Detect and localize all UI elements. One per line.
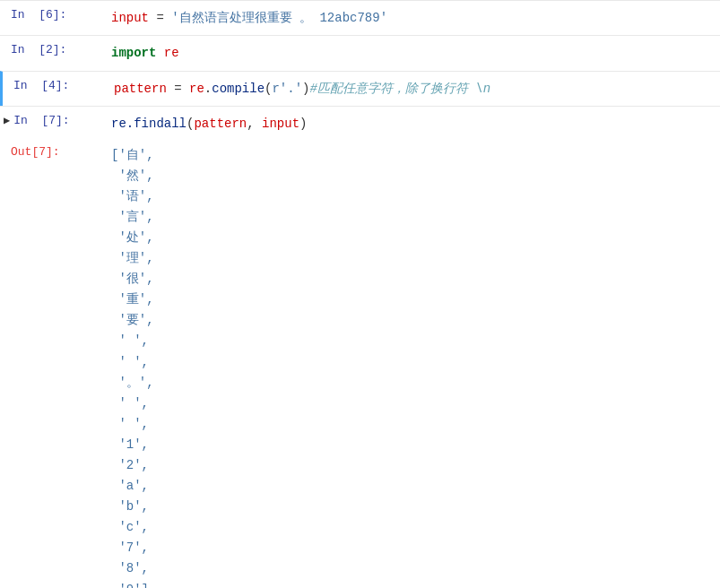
cell-in2[interactable]: In [2]: import re: [0, 35, 720, 70]
notebook: In [6]: input = '自然语言处理很重要 。 12abc789' I…: [0, 0, 720, 588]
output-line-9: '要',: [111, 310, 713, 331]
output-line-4: '言',: [111, 207, 713, 228]
cell-content-in4[interactable]: pattern = re.compile(r'.')#匹配任意字符，除了换行符 …: [110, 75, 720, 102]
out-label-7: Out[7]:: [11, 145, 60, 159]
output-line-21: '8',: [111, 558, 713, 579]
output-line-22: '9']: [111, 580, 713, 588]
in-label-7: In [7]:: [13, 114, 69, 127]
output-line-3: '语',: [111, 186, 713, 207]
output-line-8: '重',: [111, 290, 713, 310]
code-eq: =: [167, 82, 189, 96]
cell-prompt-in6: In [6]:: [0, 4, 108, 25]
in-label-6: In [6]:: [11, 8, 66, 22]
code-op: =: [149, 11, 171, 25]
in-label-4: In [4]:: [13, 79, 69, 92]
cell-content-in2[interactable]: import re: [108, 39, 720, 66]
output-line-12: '。',: [111, 373, 713, 393]
output-line-18: 'b',: [111, 497, 713, 517]
code-comma: ,: [247, 117, 262, 131]
output-line-10: ' ',: [111, 331, 713, 351]
cell-content-out7: ['自', '然', '语', '言', '处', '理', '很', '重',…: [108, 142, 720, 588]
code-str: '自然语言处理很重要 。 12abc789': [171, 11, 387, 25]
code-findall: re.findall: [111, 117, 187, 131]
output-line-13: ' ',: [111, 393, 713, 414]
code-paren-r: ): [299, 117, 307, 131]
output-line-6: '理',: [111, 248, 713, 269]
output-line-16: '2',: [111, 455, 713, 476]
output-line-17: 'a',: [111, 476, 713, 497]
code-line-in7: re.findall(pattern, input): [111, 114, 713, 134]
cell-prompt-in4: In [4]:: [3, 75, 110, 96]
output-line-7: '很',: [111, 269, 713, 290]
cell-in7[interactable]: ▶ In [7]: re.findall(pattern, input): [0, 106, 720, 141]
code-import: import: [111, 46, 156, 60]
code-re: re: [189, 82, 204, 96]
code-line-in4: pattern = re.compile(r'.')#匹配任意字符，除了换行符 …: [114, 79, 713, 99]
cell-content-in6[interactable]: input = '自然语言处理很重要 。 12abc789': [108, 4, 720, 31]
cell-out7: Out[7]: ['自', '然', '语', '言', '处', '理', '…: [0, 142, 720, 588]
cell-content-in7[interactable]: re.findall(pattern, input): [108, 110, 720, 137]
cell-prompt-in7: ▶ In [7]:: [0, 110, 108, 131]
code-space: [156, 46, 163, 60]
output-line-14: ' ',: [111, 414, 713, 435]
code-module: re: [164, 46, 179, 60]
cell-in4[interactable]: In [4]: pattern = re.compile(r'.')#匹配任意字…: [0, 71, 720, 106]
cell-in6[interactable]: In [6]: input = '自然语言处理很重要 。 12abc789': [0, 0, 720, 35]
code-line-in2: import re: [111, 43, 713, 63]
output-line-1: ['自',: [111, 145, 713, 166]
output-line-11: ' ',: [111, 352, 713, 373]
output-line-5: '处',: [111, 228, 713, 248]
code-var: input: [111, 11, 149, 25]
code-regex: r'.': [272, 82, 302, 96]
cell-prompt-out7: Out[7]:: [0, 142, 108, 162]
output-line-15: '1',: [111, 435, 713, 455]
code-input-arg: input: [262, 117, 299, 131]
cell-prompt-in2: In [2]:: [0, 39, 108, 60]
code-compile: compile: [212, 82, 265, 96]
code-pattern-arg: pattern: [194, 117, 247, 131]
output-line-19: 'c',: [111, 517, 713, 538]
code-dot: .: [204, 82, 212, 96]
output-line-20: '7',: [111, 538, 713, 558]
code-var2: pattern: [114, 82, 167, 96]
running-indicator: ▶: [4, 114, 10, 127]
code-comment: #匹配任意字符，除了换行符 \n: [309, 82, 490, 96]
output-line-2: '然',: [111, 166, 713, 186]
code-line-in6: input = '自然语言处理很重要 。 12abc789': [111, 8, 713, 28]
in-label-2: In [2]:: [11, 43, 66, 56]
